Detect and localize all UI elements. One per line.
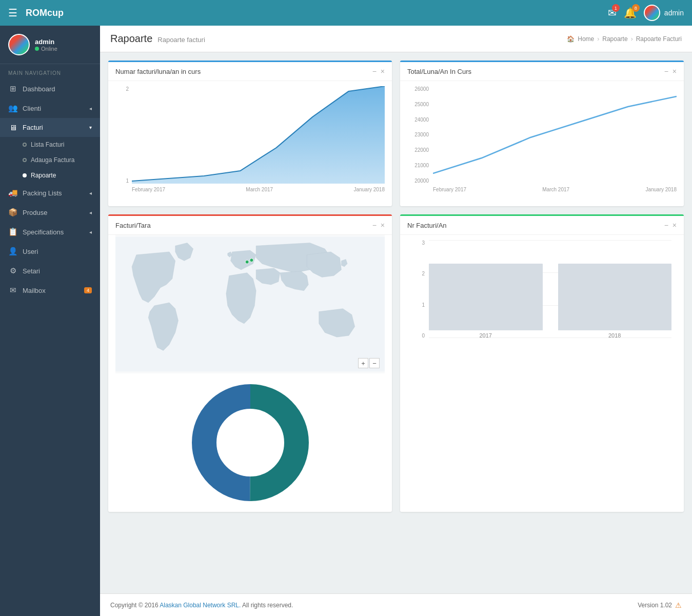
page-title-wrap: Rapoarte Rapoarte facturi (110, 33, 205, 45)
sidebar-item-useri[interactable]: 👤 Useri (0, 242, 100, 261)
sidebar-item-mailbox[interactable]: ✉ Mailbox 4 (0, 281, 100, 300)
sidebar-item-label: Packing Lists (23, 189, 62, 197)
sidebar-item-produse[interactable]: 📦 Produse ◂ (0, 203, 100, 222)
minimize-button[interactable]: − (372, 67, 377, 75)
minimize-button[interactable]: − (664, 67, 668, 75)
close-button[interactable]: × (673, 221, 677, 229)
sidebar-avatar (8, 34, 30, 55)
specifications-icon: 📋 (8, 227, 17, 236)
rights-text: All rights reserved. (242, 602, 293, 609)
sidebar-item-label: Facturi (23, 124, 43, 131)
chart-body: 2 1 (108, 81, 392, 206)
sidebar-profile: admin Online (0, 26, 100, 64)
xaxis-label: January 2018 (353, 187, 385, 192)
linechart2-svg (433, 86, 677, 184)
chevron-left-icon: ◂ (89, 190, 92, 196)
xaxis: February 2017 March 2017 January 2018 (132, 185, 385, 199)
barchart-wrap: 3 2 1 0 2017 (407, 240, 677, 353)
charts-row-1: Numar facturi/luna/an in curs − × 2 1 (108, 61, 684, 206)
xaxis-label: January 2018 (645, 187, 677, 192)
chart-facturi-tara: Facturi/Tara − × (108, 214, 392, 512)
packing-icon: 🚚 (8, 188, 17, 197)
page-title: Rapoarte (110, 33, 152, 45)
chevron-left-icon: ◂ (89, 106, 92, 111)
warning-icon: ⚠ (675, 601, 682, 609)
page-subtitle: Rapoarte facturi (157, 36, 205, 44)
username-label: admin (664, 9, 684, 17)
zoom-in-button[interactable]: + (358, 358, 368, 368)
mailbox-icon: ✉ (8, 286, 17, 295)
yaxis-label: 1 (422, 302, 425, 308)
close-button[interactable]: × (381, 221, 385, 229)
sidebar-item-dashboard[interactable]: ⊞ Dashboard (0, 79, 100, 98)
minimize-button[interactable]: − (372, 221, 377, 229)
chart-total-luna: Total/Luna/An In Curs − × 26000 25000 24… (400, 61, 684, 206)
hamburger-icon[interactable]: ☰ (8, 7, 17, 19)
minimize-button[interactable]: − (664, 221, 668, 229)
svg-point-4 (217, 409, 284, 476)
company-link[interactable]: Alaskan Global Network SRL. (160, 602, 241, 609)
nav-label: MAIN NAVIGATION (0, 64, 100, 79)
yaxis-label: 3 (422, 240, 425, 246)
sidebar-item-adauga-factura[interactable]: Adauga Factura (0, 152, 100, 168)
main-content: Rapoarte Rapoarte facturi 🏠 Home › Rapoa… (100, 26, 692, 616)
sidebar: admin Online MAIN NAVIGATION ⊞ Dashboard… (0, 26, 100, 616)
xaxis-label: February 2017 (132, 187, 165, 192)
yaxis-label: 25000 (414, 102, 429, 107)
chart-numar-facturi: Numar facturi/luna/an in curs − × 2 1 (108, 61, 392, 206)
sidebar-item-rapoarte[interactable]: Rapoarte (0, 168, 100, 183)
zoom-out-button[interactable]: − (369, 358, 380, 368)
sidebar-item-label: Specifications (23, 228, 64, 236)
sidebar-item-clienti[interactable]: 👥 Clienti ◂ (0, 98, 100, 118)
sidebar-item-label: Setari (23, 267, 40, 275)
sidebar-sub-label: Rapoarte (31, 172, 56, 179)
map-dot-2 (245, 260, 249, 264)
produse-icon: 📦 (8, 208, 17, 217)
sidebar-item-setari[interactable]: ⚙ Setari (0, 261, 100, 281)
chart-title: Numar facturi/luna/an in curs (115, 68, 201, 75)
breadcrumb-rapoarte[interactable]: Rapoarte (602, 35, 627, 43)
app-brand: ROMcup (26, 8, 608, 18)
clienti-icon: 👥 (8, 104, 17, 113)
xaxis-label: March 2017 (542, 187, 569, 192)
donut-wrap (115, 373, 385, 507)
sidebar-item-specifications[interactable]: 📋 Specifications ◂ (0, 222, 100, 242)
svg-marker-0 (132, 86, 385, 184)
close-button[interactable]: × (381, 67, 385, 75)
footer-copyright: Copyright © 2016 Alaskan Global Network … (110, 602, 293, 609)
user-menu[interactable]: admin (644, 5, 684, 21)
copyright-text: Copyright © 2016 (110, 602, 159, 609)
sub-dot (23, 173, 27, 177)
chart-controls: − × (664, 67, 677, 75)
status-dot (35, 47, 39, 51)
setari-icon: ⚙ (8, 266, 17, 275)
donut-chart-svg (191, 384, 309, 502)
bar-2018 (558, 264, 672, 330)
chart-body: 3 2 1 0 2017 (400, 235, 684, 360)
chart-title: Nr Facturi/An (407, 222, 447, 229)
yaxis-label: 26000 (414, 86, 429, 92)
bar-group-2018: 2018 (558, 264, 672, 339)
sidebar-item-facturi[interactable]: 🖥 Facturi ▾ (0, 118, 100, 137)
chart-controls: − × (372, 67, 385, 75)
close-button[interactable]: × (673, 67, 677, 75)
sidebar-item-packing-lists[interactable]: 🚚 Packing Lists ◂ (0, 183, 100, 203)
useri-icon: 👤 (8, 247, 17, 256)
avatar (644, 5, 660, 21)
sidebar-sub-label: Lista Facturi (31, 141, 64, 148)
bell-button[interactable]: 🔔 8 (624, 7, 637, 19)
sidebar-item-label: Produse (23, 209, 47, 216)
sidebar-item-label: Useri (23, 248, 38, 255)
yaxis: 2 1 (115, 86, 131, 184)
mail-button[interactable]: ✉ 1 (608, 7, 617, 19)
sidebar-item-lista-facturi[interactable]: Lista Facturi (0, 137, 100, 152)
yaxis-label: 20000 (414, 178, 429, 184)
breadcrumb-home[interactable]: Home (578, 35, 594, 43)
yaxis-label: 23000 (414, 132, 429, 137)
charts-row-2: Facturi/Tara − × (108, 214, 684, 512)
app-body: admin Online MAIN NAVIGATION ⊞ Dashboard… (0, 26, 692, 616)
map-container[interactable]: + − (115, 235, 385, 373)
xaxis: February 2017 March 2017 January 2018 (433, 185, 677, 199)
breadcrumb-sep: › (597, 35, 599, 43)
breadcrumb-current: Rapoarte Facturi (636, 35, 682, 43)
